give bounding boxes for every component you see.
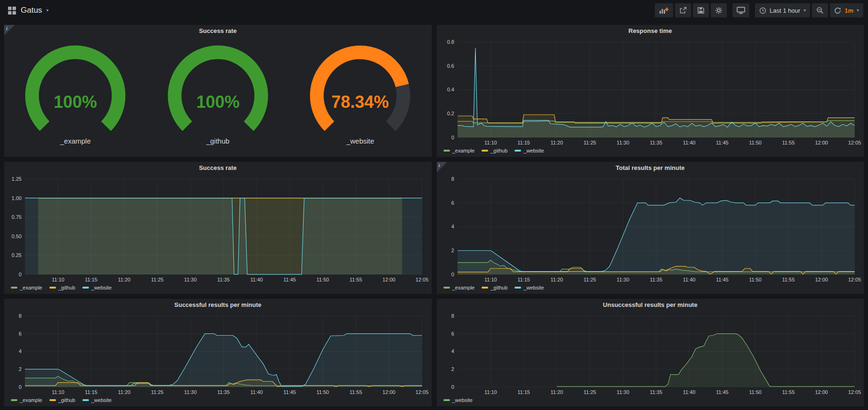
success-rate-chart[interactable]: 00.250.500.751.001.2511:1011:1511:2011:2… xyxy=(7,174,429,284)
svg-text:11:50: 11:50 xyxy=(749,140,762,145)
share-button[interactable] xyxy=(675,3,691,17)
svg-text:11:10: 11:10 xyxy=(484,140,497,145)
svg-text:12:05: 12:05 xyxy=(848,389,861,395)
svg-text:11:50: 11:50 xyxy=(316,277,329,282)
legend-item[interactable]: _example xyxy=(11,397,42,403)
svg-text:12:00: 12:00 xyxy=(815,140,828,145)
share-icon xyxy=(679,7,687,14)
panel-unsuccessful-results: Unsuccessful results per minute 0246811:… xyxy=(436,298,865,407)
legend-series-swatch xyxy=(514,150,521,152)
svg-text:12:00: 12:00 xyxy=(815,277,828,282)
svg-text:1.25: 1.25 xyxy=(12,176,22,182)
svg-text:11:25: 11:25 xyxy=(151,277,164,282)
legend-series-swatch xyxy=(11,287,17,289)
panel-title[interactable]: Success rate xyxy=(4,25,432,37)
svg-text:11:55: 11:55 xyxy=(350,389,362,395)
panel-title[interactable]: Success rate xyxy=(4,162,432,174)
zoom-out-button[interactable] xyxy=(812,3,828,17)
svg-text:11:45: 11:45 xyxy=(283,277,296,282)
legend-series-label: _website xyxy=(523,148,544,153)
panel-success-rate-timeseries: Success rate 00.250.500.751.001.2511:101… xyxy=(4,161,432,294)
panel-total-results: i Total results per minute 0246811:1011:… xyxy=(436,161,865,294)
panel-successful-results: Successful results per minute 0246811:10… xyxy=(4,298,432,407)
gauge-group: 100% _example100% _github78.34% _website xyxy=(4,37,432,157)
svg-text:0.2: 0.2 xyxy=(447,111,454,116)
legend-item[interactable]: _github xyxy=(482,148,507,153)
legend: _example _github _website xyxy=(4,284,432,294)
legend-item[interactable]: _website xyxy=(82,397,112,403)
svg-text:11:30: 11:30 xyxy=(617,140,629,145)
legend-item[interactable]: _github xyxy=(49,285,75,290)
svg-text:11:35: 11:35 xyxy=(650,389,662,395)
add-panel-button[interactable] xyxy=(655,3,673,17)
svg-text:6: 6 xyxy=(451,200,454,206)
legend-item[interactable]: _example xyxy=(11,285,42,290)
panel-title[interactable]: Total results per minute xyxy=(437,162,864,174)
gauge: 100% _example xyxy=(16,43,134,145)
legend-item[interactable]: _website xyxy=(514,148,544,153)
svg-text:11:40: 11:40 xyxy=(250,277,263,282)
svg-text:0: 0 xyxy=(19,384,22,390)
unsuccessful-results-chart[interactable]: 0246811:1011:1511:2011:2511:3011:3511:40… xyxy=(440,311,861,396)
refresh-button[interactable]: 1m ▾ xyxy=(830,3,863,17)
svg-text:12:00: 12:00 xyxy=(382,389,395,395)
panel-title[interactable]: Successful results per minute xyxy=(4,299,432,311)
svg-text:11:55: 11:55 xyxy=(782,277,795,282)
svg-text:12:05: 12:05 xyxy=(848,277,861,282)
dashboard-title[interactable]: Gatus xyxy=(21,6,42,15)
gauge-label: _website xyxy=(346,137,374,145)
svg-text:78.34%: 78.34% xyxy=(331,92,389,112)
settings-button[interactable] xyxy=(711,3,727,17)
gauge: 100% _github xyxy=(159,43,277,145)
total-results-chart[interactable]: 0246811:1011:1511:2011:2511:3011:3511:40… xyxy=(440,174,861,284)
svg-text:11:40: 11:40 xyxy=(683,140,695,145)
svg-text:11:15: 11:15 xyxy=(517,140,530,145)
gear-icon xyxy=(715,7,723,14)
svg-text:0: 0 xyxy=(19,272,22,277)
svg-text:0.75: 0.75 xyxy=(12,214,22,220)
panel-title[interactable]: Unsuccessful results per minute xyxy=(437,299,864,311)
legend-series-swatch xyxy=(82,287,89,289)
legend-item[interactable]: _website xyxy=(82,285,112,290)
svg-text:11:10: 11:10 xyxy=(484,389,497,395)
panel-info-icon[interactable]: i xyxy=(437,162,447,172)
successful-results-chart[interactable]: 0246811:1011:1511:2011:2511:3011:3511:40… xyxy=(7,311,429,396)
save-button[interactable] xyxy=(693,3,709,17)
svg-text:11:30: 11:30 xyxy=(184,277,197,282)
svg-text:11:15: 11:15 xyxy=(517,389,530,395)
response-time-chart[interactable]: 00.20.40.60.811:1011:1511:2011:2511:3011… xyxy=(440,37,861,147)
tv-mode-button[interactable] xyxy=(732,3,749,17)
caret-down-icon[interactable]: ▾ xyxy=(46,8,48,13)
svg-text:11:45: 11:45 xyxy=(715,140,728,145)
legend-series-label: _github xyxy=(490,148,507,153)
legend-item[interactable]: _example xyxy=(443,148,475,153)
gauge-arc: 78.34% xyxy=(301,43,419,137)
gauge-label: _example xyxy=(60,137,91,145)
svg-text:4: 4 xyxy=(451,224,454,230)
svg-text:11:50: 11:50 xyxy=(316,389,329,395)
legend-series-swatch xyxy=(482,287,488,289)
legend-series-label: _example xyxy=(20,285,42,290)
monitor-icon xyxy=(737,7,745,14)
dashboard-grid-icon[interactable] xyxy=(8,6,16,15)
legend: _website xyxy=(437,396,864,406)
clock-icon xyxy=(759,7,766,14)
svg-text:8: 8 xyxy=(19,313,22,319)
legend-series-label: _website xyxy=(523,285,544,290)
legend-series-label: _website xyxy=(452,397,473,403)
svg-text:12:00: 12:00 xyxy=(815,389,828,395)
svg-text:11:20: 11:20 xyxy=(550,389,563,395)
legend-item[interactable]: _example xyxy=(443,285,475,290)
time-range-picker[interactable]: Last 1 hour ▾ xyxy=(755,3,810,17)
legend-item[interactable]: _github xyxy=(49,397,75,403)
legend-item[interactable]: _github xyxy=(482,285,507,290)
refresh-icon xyxy=(834,7,841,14)
svg-text:11:20: 11:20 xyxy=(118,277,131,282)
legend-item[interactable]: _website xyxy=(514,285,544,290)
dashboard-grid: i Success rate 100% _example100% _github… xyxy=(0,21,868,407)
panel-info-icon[interactable]: i xyxy=(4,25,15,35)
svg-text:11:55: 11:55 xyxy=(350,277,362,282)
svg-text:1.00: 1.00 xyxy=(12,195,22,201)
panel-title[interactable]: Response time xyxy=(437,25,864,37)
legend-item[interactable]: _website xyxy=(443,397,473,403)
